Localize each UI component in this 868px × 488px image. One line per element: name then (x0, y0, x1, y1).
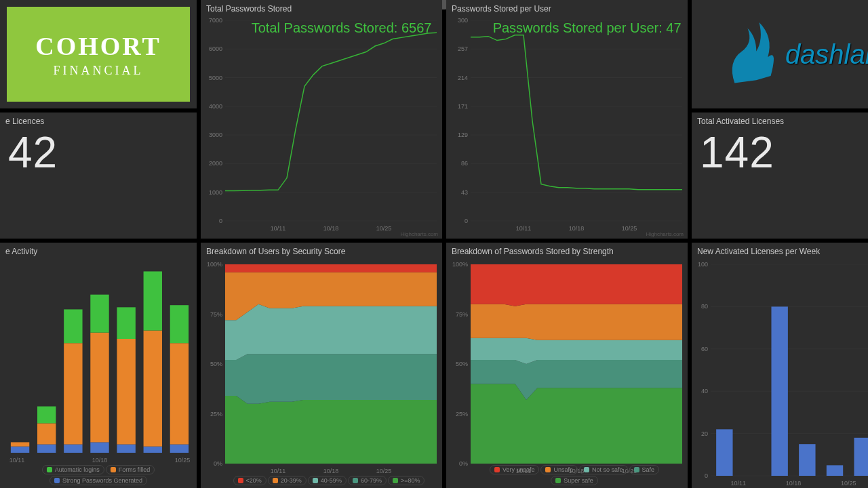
svg-text:10/18: 10/18 (569, 225, 585, 232)
svg-text:100%: 100% (452, 261, 468, 268)
svg-text:25%: 25% (456, 411, 468, 418)
svg-text:80: 80 (701, 303, 708, 310)
svg-rect-49 (90, 442, 108, 453)
svg-text:6000: 6000 (209, 45, 222, 52)
legend-item[interactable]: Not so safe (579, 465, 628, 474)
legend-item[interactable]: 40-59% (308, 476, 347, 485)
svg-text:7000: 7000 (209, 17, 222, 24)
panel-title: New Activated Licenses per Week (692, 243, 868, 258)
legend-item[interactable]: Automatic logins (42, 465, 104, 474)
svg-text:2000: 2000 (209, 160, 222, 167)
svg-text:10/25: 10/25 (376, 468, 392, 474)
panel-strength: Breakdown of Passwords Stored by Strengt… (446, 243, 688, 488)
svg-text:0: 0 (465, 218, 468, 224)
svg-rect-52 (117, 445, 135, 453)
svg-rect-56 (144, 331, 162, 447)
svg-text:10/11: 10/11 (9, 457, 25, 464)
logo-card: COHORT FINANCIAL (0, 0, 197, 108)
svg-rect-47 (64, 343, 82, 444)
svg-text:40: 40 (701, 388, 708, 394)
chart-per-user[interactable]: 0438612917121425730010/1110/1810/25Passw… (446, 15, 688, 239)
svg-rect-57 (144, 271, 162, 330)
legend-item[interactable]: Super safe (551, 476, 598, 485)
svg-text:0%: 0% (214, 460, 222, 467)
svg-rect-59 (170, 343, 189, 444)
svg-rect-44 (37, 423, 56, 444)
svg-rect-43 (37, 445, 56, 453)
svg-text:50%: 50% (456, 361, 468, 367)
svg-text:10/25: 10/25 (376, 225, 392, 232)
svg-rect-53 (117, 339, 135, 445)
svg-text:25%: 25% (210, 411, 222, 418)
legend-item[interactable]: Safe (629, 465, 660, 474)
svg-text:75%: 75% (456, 311, 468, 318)
tile-value: 142 (692, 127, 868, 180)
svg-rect-46 (64, 445, 82, 453)
svg-rect-104 (771, 306, 787, 476)
panel-title: Breakdown of Passwords Stored by Strengt… (446, 243, 688, 258)
tile-licences: e Licences 42 (0, 113, 197, 239)
svg-rect-107 (854, 438, 868, 476)
legend-item[interactable]: Strong Passwords Generated (50, 476, 147, 485)
legend-item[interactable]: Very unsafe (490, 465, 540, 474)
svg-rect-54 (117, 307, 135, 339)
svg-text:100%: 100% (207, 261, 222, 268)
svg-text:300: 300 (458, 17, 468, 24)
svg-text:10/18: 10/18 (786, 480, 802, 487)
svg-text:257: 257 (458, 45, 468, 52)
svg-text:100: 100 (698, 261, 708, 268)
svg-text:60: 60 (701, 346, 708, 352)
svg-rect-106 (827, 465, 843, 476)
svg-rect-41 (11, 442, 29, 446)
chart-activity[interactable]: 10/1110/1810/25Automatic loginsForms fil… (0, 258, 197, 488)
svg-text:10/11: 10/11 (271, 468, 286, 474)
svg-text:5000: 5000 (209, 75, 222, 81)
legend-item[interactable]: <20% (233, 476, 267, 485)
svg-text:10/25: 10/25 (622, 225, 637, 232)
chart-total-passwords[interactable]: 0100020003000400050006000700010/1110/181… (201, 15, 442, 239)
panel-security: Breakdown of Users by Security Score 0%2… (201, 243, 442, 488)
svg-text:4000: 4000 (209, 103, 222, 110)
chart-new-licenses[interactable]: 02040608010010/1110/1810/25 (692, 258, 868, 488)
svg-text:43: 43 (461, 189, 468, 196)
svg-rect-55 (144, 447, 162, 453)
legend-item[interactable]: >=80% (388, 476, 425, 485)
logo-line2: FINANCIAL (54, 64, 144, 78)
svg-text:10/25: 10/25 (841, 480, 856, 487)
chart-credit: Highcharts.com (400, 231, 438, 237)
svg-text:10/18: 10/18 (323, 468, 339, 474)
svg-rect-50 (90, 333, 108, 443)
svg-text:75%: 75% (210, 311, 222, 318)
svg-text:Passwords Stored per User: 47: Passwords Stored per User: 47 (493, 20, 682, 35)
antelope-icon (698, 0, 785, 108)
svg-rect-45 (37, 407, 56, 424)
legend-item[interactable]: Unsafe (540, 465, 578, 474)
tile-title: e Licences (0, 113, 197, 127)
svg-text:214: 214 (458, 75, 468, 81)
svg-rect-60 (170, 305, 189, 343)
brand-card: dashlan (692, 0, 868, 108)
svg-rect-58 (170, 445, 189, 453)
panel-new-licenses: New Activated Licenses per Week 02040608… (692, 243, 868, 488)
tile-activated: Total Activated Licenses 142 (692, 113, 868, 239)
brand-name: dashlan (785, 39, 868, 70)
legend-item[interactable]: 20-39% (268, 476, 307, 485)
svg-text:10/18: 10/18 (92, 457, 108, 464)
chart-strength[interactable]: 0%25%50%75%100%10/1110/1810/25Very unsaf… (446, 258, 688, 488)
svg-text:50%: 50% (210, 361, 222, 367)
svg-text:129: 129 (458, 131, 468, 138)
tile-title: Total Activated Licenses (692, 113, 868, 127)
svg-rect-51 (90, 295, 108, 333)
svg-text:10/11: 10/11 (516, 225, 532, 232)
chart-security[interactable]: 0%25%50%75%100%10/1110/1810/25<20%20-39%… (201, 258, 442, 488)
svg-rect-48 (64, 309, 82, 343)
svg-rect-40 (11, 447, 29, 453)
svg-text:86: 86 (461, 160, 468, 167)
svg-text:3000: 3000 (209, 131, 222, 138)
panel-title: Breakdown of Users by Security Score (201, 243, 442, 258)
panel-title: Passwords Stored per User (446, 0, 688, 15)
svg-text:10/18: 10/18 (323, 225, 339, 232)
legend-item[interactable]: 60-79% (348, 476, 387, 485)
legend-item[interactable]: Forms filled (106, 465, 155, 474)
logo-line1: COHORT (35, 31, 161, 61)
